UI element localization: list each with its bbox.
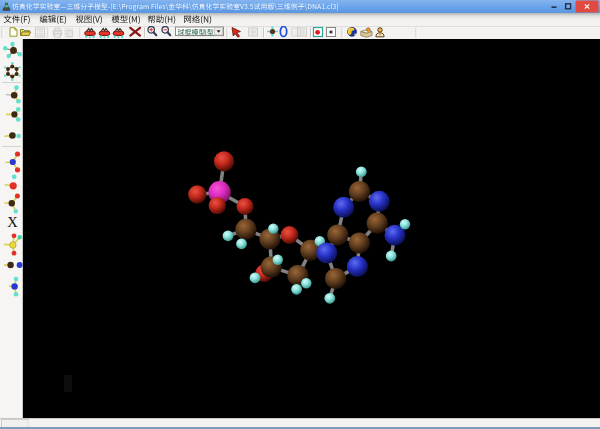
- svg-text:X: X: [7, 214, 18, 230]
